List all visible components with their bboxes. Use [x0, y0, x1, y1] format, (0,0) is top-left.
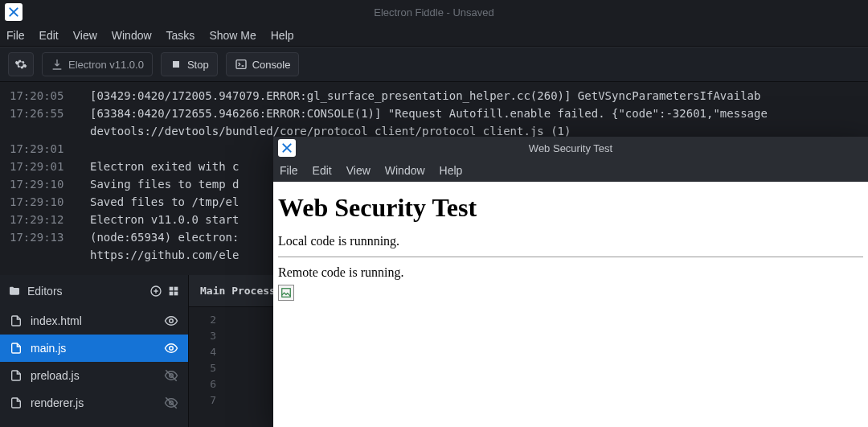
child-menu-edit[interactable]: Edit	[313, 164, 332, 177]
file-item-index-html[interactable]: index.html	[0, 307, 188, 335]
menu-view[interactable]: View	[73, 29, 97, 42]
editor-tab-label: Main Process	[200, 285, 276, 297]
console-line: 17:26:55[63384:0420/172655.946266:ERROR:…	[10, 105, 858, 122]
svg-rect-11	[282, 289, 291, 298]
sidebar-title: Editors	[27, 285, 63, 298]
line-number: 3	[200, 328, 216, 344]
stop-icon	[170, 58, 182, 71]
child-window-title: Web Security Test	[529, 142, 612, 154]
line-number: 4	[200, 344, 216, 360]
file-label: preload.js	[31, 369, 80, 382]
page-heading: Web Security Test	[278, 193, 863, 223]
gear-icon	[14, 58, 27, 71]
file-icon	[10, 396, 23, 409]
menu-show-me[interactable]: Show Me	[209, 29, 256, 42]
plus-circle-icon[interactable]	[149, 285, 162, 298]
line-number: 7	[200, 392, 216, 409]
broken-image-icon	[278, 285, 294, 301]
folder-icon	[8, 285, 21, 298]
child-menubar: File Edit View Window Help	[273, 159, 868, 182]
eye-off-icon[interactable]	[164, 396, 178, 410]
settings-button[interactable]	[8, 52, 34, 76]
electron-version-selector[interactable]: Electron v11.0.0	[42, 52, 153, 76]
grid-icon[interactable]	[167, 285, 180, 298]
svg-rect-6	[174, 292, 178, 296]
svg-rect-4	[174, 287, 178, 291]
stop-button-label: Stop	[187, 59, 209, 71]
child-menu-view[interactable]: View	[346, 164, 371, 177]
svg-rect-0	[173, 61, 179, 68]
line-number: 2	[200, 312, 216, 328]
local-code-text: Local code is runnning.	[278, 234, 863, 248]
file-icon	[10, 342, 23, 355]
child-body: Web Security Test Local code is runnning…	[273, 182, 868, 427]
file-icon	[10, 369, 23, 382]
eye-off-icon[interactable]	[164, 368, 178, 383]
svg-rect-1	[236, 60, 246, 69]
svg-point-8	[170, 347, 174, 351]
menu-window[interactable]: Window	[112, 29, 152, 42]
child-titlebar[interactable]: Web Security Test	[273, 137, 868, 159]
main-titlebar: Electron Fiddle - Unsaved	[0, 0, 868, 24]
app-icon	[5, 3, 23, 21]
file-item-main-js[interactable]: main.js	[0, 335, 188, 362]
svg-rect-5	[170, 292, 174, 296]
file-item-preload-js[interactable]: preload.js	[0, 362, 188, 389]
terminal-icon	[235, 58, 248, 71]
eye-icon[interactable]	[164, 341, 178, 355]
file-icon	[10, 314, 23, 327]
console-button[interactable]: Console	[226, 52, 300, 76]
eye-icon[interactable]	[164, 314, 178, 328]
line-number: 5	[200, 360, 216, 376]
file-label: renderer.js	[31, 396, 84, 409]
file-item-renderer-js[interactable]: renderer.js	[0, 389, 188, 417]
sidebar-header: Editors	[0, 275, 188, 307]
menu-help[interactable]: Help	[271, 29, 294, 42]
electron-version-label: Electron v11.0.0	[68, 59, 144, 71]
child-menu-help[interactable]: Help	[440, 164, 463, 177]
stop-button[interactable]: Stop	[161, 52, 218, 76]
file-label: main.js	[31, 342, 66, 355]
main-menubar: File Edit View Window Tasks Show Me Help	[0, 24, 868, 47]
menu-file[interactable]: File	[6, 29, 25, 42]
svg-rect-3	[170, 287, 174, 291]
child-window[interactable]: Web Security Test File Edit View Window …	[273, 137, 868, 427]
menu-tasks[interactable]: Tasks	[166, 29, 195, 42]
console-line: 17:20:05[03429:0420/172005.947079.ERROR:…	[10, 87, 858, 105]
divider	[278, 257, 863, 257]
remote-code-text: Remote code is running.	[278, 265, 863, 280]
svg-point-7	[170, 319, 174, 323]
app-icon	[278, 139, 296, 157]
toolbar: Electron v11.0.0 Stop Console	[0, 47, 868, 82]
file-label: index.html	[31, 314, 82, 327]
child-menu-window[interactable]: Window	[385, 164, 425, 177]
download-icon	[51, 58, 63, 71]
sidebar: Editors index.html main.js p	[0, 275, 189, 427]
line-number: 6	[200, 376, 216, 392]
console-button-label: Console	[252, 59, 291, 71]
child-menu-file[interactable]: File	[280, 164, 298, 177]
menu-edit[interactable]: Edit	[39, 29, 59, 42]
window-title: Electron Fiddle - Unsaved	[374, 6, 494, 18]
